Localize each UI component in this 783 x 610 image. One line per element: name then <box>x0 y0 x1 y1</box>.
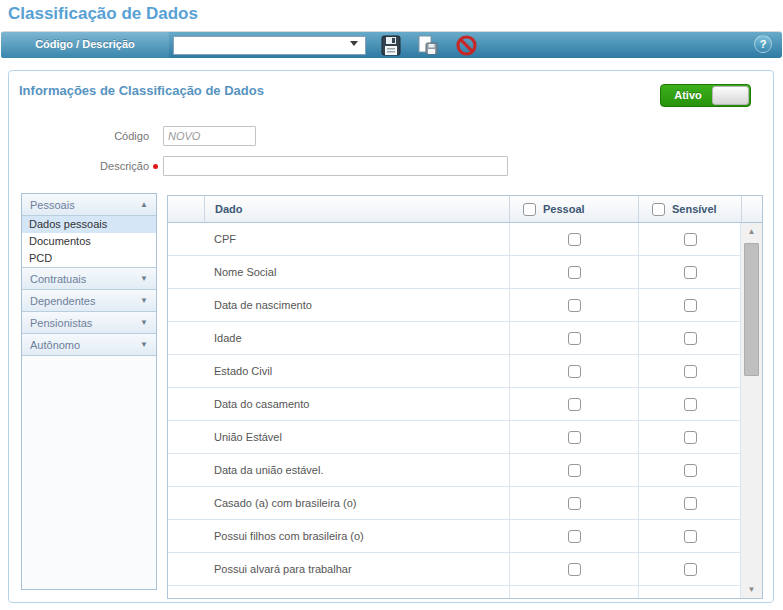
help-icon[interactable]: ? <box>754 35 772 53</box>
sidebar-group-label: Pensionistas <box>30 317 92 329</box>
pessoal-checkbox[interactable] <box>568 530 581 543</box>
sensivel-checkbox[interactable] <box>684 431 697 444</box>
dado-cell: Data de nascimento <box>168 289 509 321</box>
sidebar-group-label: Autônomo <box>30 339 80 351</box>
chevron-down-icon[interactable] <box>350 41 358 46</box>
required-indicator <box>153 164 158 169</box>
sensivel-cell <box>638 487 741 519</box>
sensivel-cell <box>638 322 741 354</box>
dado-cell: União Estável <box>168 421 509 453</box>
save-button[interactable] <box>381 35 401 60</box>
sensivel-checkbox[interactable] <box>684 530 697 543</box>
panel-heading: Informações de Classificação de Dados <box>19 83 264 98</box>
table-body: CPFNome SocialData de nascimentoIdadeEst… <box>168 223 762 598</box>
dado-cell: Data do casamento <box>168 388 509 420</box>
cancel-icon <box>456 35 477 56</box>
table-header-dado: Dado <box>204 196 509 222</box>
pessoal-checkbox[interactable] <box>568 266 581 279</box>
sidebar-group-aut-nomo[interactable]: Autônomo▼ <box>22 334 156 356</box>
pessoal-checkbox[interactable] <box>568 233 581 246</box>
pessoal-checkbox[interactable] <box>568 299 581 312</box>
dado-cell: Possui filhos com brasileira (o) <box>168 520 509 552</box>
sidebar-group-dependentes[interactable]: Dependentes▼ <box>22 290 156 312</box>
page-title: Classificação de Dados <box>8 4 198 24</box>
sidebar-item-dados-pessoais[interactable]: Dados pessoais <box>22 216 156 233</box>
dado-cell: Idade <box>168 322 509 354</box>
sensivel-header-checkbox[interactable] <box>652 203 665 216</box>
codigo-descricao-combobox[interactable] <box>173 36 366 55</box>
pessoal-cell <box>509 289 638 321</box>
sidebar-item-documentos[interactable]: Documentos <box>22 233 156 250</box>
data-table: Dado Pessoal Sensível CPFNome SocialData… <box>167 195 763 599</box>
sensivel-checkbox[interactable] <box>684 332 697 345</box>
pessoal-header-checkbox[interactable] <box>523 203 536 216</box>
toolbar: Código / Descrição ? <box>1 31 782 58</box>
sensivel-checkbox[interactable] <box>684 563 697 576</box>
sensivel-cell <box>638 421 741 453</box>
pessoal-checkbox[interactable] <box>568 398 581 411</box>
sidebar-group-contratuais[interactable]: Contratuais▼ <box>22 268 156 290</box>
pessoal-cell <box>509 256 638 288</box>
sensivel-cell <box>638 256 741 288</box>
sidebar-group-label: Contratuais <box>30 273 86 285</box>
table-row-nome-social: Nome Social <box>168 256 741 289</box>
table-header-row: Dado Pessoal Sensível <box>168 196 762 223</box>
sensivel-checkbox[interactable] <box>684 266 697 279</box>
chevron-down-icon: ▼ <box>140 312 148 334</box>
codigo-label: Código <box>49 130 149 142</box>
dado-cell: CPF <box>168 223 509 255</box>
scrollbar-thumb[interactable] <box>744 243 759 376</box>
descricao-field[interactable] <box>163 156 508 176</box>
chevron-up-icon: ▲ <box>140 194 148 216</box>
scroll-down-icon[interactable]: ▼ <box>741 581 762 598</box>
main-panel: Informações de Classificação de Dados At… <box>8 70 774 603</box>
pessoal-cell <box>509 355 638 387</box>
pessoal-checkbox[interactable] <box>568 332 581 345</box>
dado-cell: Data da união estável. <box>168 454 509 486</box>
pessoal-cell <box>509 553 638 585</box>
pessoal-cell <box>509 322 638 354</box>
table-row-data-da-uni-o-est-vel: Data da união estável. <box>168 454 741 487</box>
table-row-idade: Idade <box>168 322 741 355</box>
scroll-up-icon[interactable]: ▲ <box>741 223 762 240</box>
table-row-possui-alvar-para-trabalhar: Possui alvará para trabalhar <box>168 553 741 586</box>
sidebar-group-pessoais[interactable]: Pessoais▲ <box>22 194 156 216</box>
sidebar-group-pensionistas[interactable]: Pensionistas▼ <box>22 312 156 334</box>
filter-label: Código / Descrição <box>1 38 169 50</box>
table-row-uni-o-est-vel: União Estável <box>168 421 741 454</box>
sidebar-group-label: Pessoais <box>30 199 75 211</box>
sensivel-checkbox[interactable] <box>684 464 697 477</box>
save-floppy-icon <box>381 35 401 56</box>
table-row-casado-a-com-brasileira-o: Casado (a) com brasileira (o) <box>168 487 741 520</box>
pessoal-checkbox[interactable] <box>568 464 581 477</box>
table-row-data-de-nascimento: Data de nascimento <box>168 289 741 322</box>
pessoal-checkbox[interactable] <box>568 497 581 510</box>
sensivel-checkbox[interactable] <box>684 398 697 411</box>
sidebar-item-pcd[interactable]: PCD <box>22 250 156 267</box>
pessoal-cell <box>509 520 638 552</box>
cancel-button[interactable] <box>456 35 477 60</box>
ativo-toggle[interactable]: Ativo <box>660 84 751 107</box>
table-row-data-do-casamento: Data do casamento <box>168 388 741 421</box>
pessoal-checkbox[interactable] <box>568 365 581 378</box>
sensivel-checkbox[interactable] <box>684 365 697 378</box>
pessoal-cell <box>509 487 638 519</box>
toggle-handle[interactable] <box>712 86 749 105</box>
sidebar-items-pessoais: Dados pessoaisDocumentosPCD <box>22 216 156 268</box>
table-scrollbar[interactable]: ▲ ▼ <box>740 223 762 598</box>
pessoal-cell <box>509 421 638 453</box>
codigo-field[interactable] <box>163 126 256 146</box>
sidebar: Pessoais▲Dados pessoaisDocumentosPCDCont… <box>21 193 157 590</box>
pessoal-checkbox[interactable] <box>568 431 581 444</box>
table-row-cpf: CPF <box>168 223 741 256</box>
sensivel-cell <box>638 355 741 387</box>
sensivel-checkbox[interactable] <box>684 497 697 510</box>
sensivel-cell <box>638 553 741 585</box>
sensivel-checkbox[interactable] <box>684 299 697 312</box>
pessoal-cell <box>509 223 638 255</box>
sensivel-checkbox[interactable] <box>684 233 697 246</box>
save-new-button[interactable] <box>417 35 439 60</box>
table-header-scroll-spacer <box>741 196 762 222</box>
pessoal-checkbox[interactable] <box>568 563 581 576</box>
dado-cell: Casado (a) com brasileira (o) <box>168 487 509 519</box>
